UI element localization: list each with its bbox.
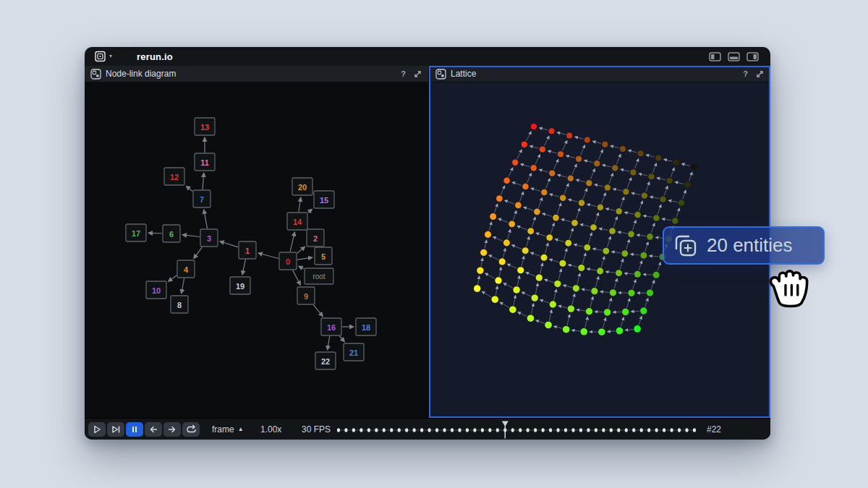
graph-node-12[interactable]: 12 [164,168,184,185]
lattice-node[interactable] [558,151,563,157]
lattice-node[interactable] [642,192,647,198]
lattice-node[interactable] [634,212,641,218]
lattice-node[interactable] [541,189,548,196]
timeline-scrubber[interactable] [85,419,770,440]
lattice-node[interactable] [584,244,590,251]
lattice-node[interactable] [634,325,641,333]
lattice-node[interactable] [522,184,529,190]
lattice-node[interactable] [499,258,506,265]
lattice-node[interactable] [553,215,559,221]
lattice-node[interactable] [480,249,487,256]
graph-node-6[interactable]: 6 [163,225,180,242]
app-menu-button[interactable]: ▾ [94,50,112,63]
graph-node-20[interactable]: 20 [292,178,312,195]
lattice-node[interactable] [628,231,634,237]
lattice-node[interactable] [605,184,610,190]
lattice-node[interactable] [503,177,510,184]
lattice-node[interactable] [634,271,641,278]
lattice-node[interactable] [532,294,538,301]
graph-node-root[interactable]: root [305,268,333,284]
graph-node-3[interactable]: 3 [200,229,218,247]
lattice-node[interactable] [513,286,519,293]
node-link-view[interactable]: 012345678910111213141516171819202122root [85,82,429,418]
lattice-node[interactable] [616,270,622,276]
lattice-node[interactable] [568,175,574,181]
lattice-node[interactable] [549,128,555,134]
lattice-node[interactable] [597,267,603,274]
lattice-node[interactable] [522,247,529,254]
lattice-node[interactable] [566,132,572,138]
lattice-node[interactable] [550,301,556,307]
lattice-node[interactable] [638,150,644,156]
lattice-node[interactable] [546,234,553,241]
lattice-node[interactable] [527,314,535,322]
graph-node-11[interactable]: 11 [195,153,215,171]
lattice-node[interactable] [536,275,542,281]
expand-view-icon[interactable] [755,69,765,79]
right-panel-toggle-button[interactable] [746,52,759,61]
lattice-node[interactable] [594,160,600,166]
lattice-node[interactable] [512,160,518,166]
lattice-node[interactable] [531,124,537,129]
lattice-node[interactable] [474,285,481,292]
lattice-node[interactable] [563,326,570,333]
lattice-node[interactable] [560,194,566,201]
lattice-node[interactable] [492,296,499,303]
lattice-node[interactable] [517,267,524,273]
lattice-node[interactable] [610,289,616,296]
graph-node-19[interactable]: 19 [230,277,250,294]
lattice-node[interactable] [672,218,678,224]
lattice-node[interactable] [678,200,684,205]
graph-node-7[interactable]: 7 [193,190,210,207]
lattice-node[interactable] [628,290,634,296]
graph-node-10[interactable]: 10 [146,281,166,299]
lattice-node[interactable] [571,220,578,226]
lattice-node[interactable] [576,156,582,162]
graph-node-0[interactable]: 0 [279,252,297,270]
graph-node-14[interactable]: 14 [287,213,307,230]
lattice-node[interactable] [598,328,605,335]
graph-node-13[interactable]: 13 [195,118,215,135]
lattice-node[interactable] [648,174,654,179]
lattice-node[interactable] [522,142,527,147]
lattice-node[interactable] [559,260,566,267]
lattice-node[interactable] [603,248,609,254]
lattice-node[interactable] [527,228,534,234]
lattice-node[interactable] [604,309,610,315]
lattice-node[interactable] [496,195,503,202]
lattice-node[interactable] [609,228,616,234]
lattice-node[interactable] [578,265,584,271]
lattice-node[interactable] [616,208,622,215]
lattice-node[interactable] [685,182,691,188]
lattice-node[interactable] [549,170,555,176]
lattice-node[interactable] [621,250,628,257]
graph-node-21[interactable]: 21 [344,343,364,361]
lattice-node[interactable] [584,137,590,143]
lattice-node[interactable] [545,322,552,329]
lattice-node[interactable] [568,305,574,312]
lattice-node[interactable] [540,147,545,153]
lattice-node[interactable] [597,205,604,211]
lattice-node[interactable] [602,142,608,147]
lattice-node[interactable] [573,285,579,291]
lattice-node[interactable] [531,165,537,171]
lattice-node[interactable] [579,200,585,206]
graph-node-15[interactable]: 15 [314,191,334,208]
help-icon[interactable]: ? [398,69,409,78]
lattice-node[interactable] [647,234,653,240]
expand-view-icon[interactable] [413,69,422,79]
lattice-node[interactable] [515,202,522,209]
graph-node-8[interactable]: 8 [171,296,188,313]
lattice-node[interactable] [586,308,592,314]
lattice-node[interactable] [554,281,561,287]
graph-node-4[interactable]: 4 [177,260,195,278]
graph-node-1[interactable]: 1 [239,241,256,259]
graph-node-16[interactable]: 16 [321,318,341,335]
lattice-node[interactable] [653,272,660,278]
lattice-node[interactable] [673,160,679,166]
lattice-node[interactable] [623,189,629,194]
lattice-node[interactable] [541,254,548,261]
node-link-panel-header[interactable]: Node-link diagram ? [85,66,430,82]
lattice-node[interactable] [477,267,483,273]
lattice-node[interactable] [581,328,588,335]
